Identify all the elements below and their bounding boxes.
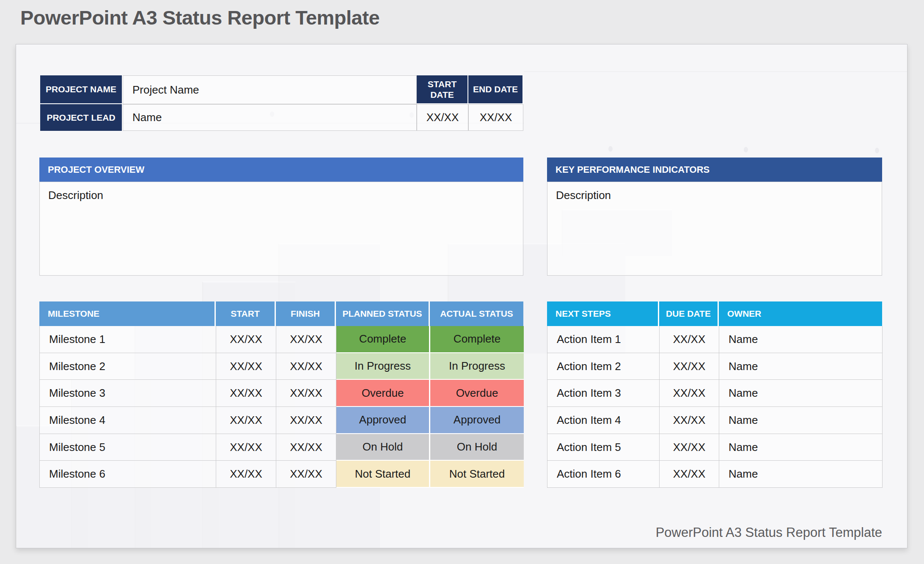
milestone-name-cell[interactable]: Milestone 6 bbox=[40, 461, 216, 488]
next-steps-column-header: NEXT STEPS bbox=[547, 301, 659, 326]
planned-status-cell[interactable]: Complete bbox=[336, 326, 430, 353]
action-item-cell[interactable]: Action Item 1 bbox=[547, 326, 660, 353]
owner-cell[interactable]: Name bbox=[719, 461, 883, 488]
background-texture bbox=[524, 71, 908, 72]
start-column-header: START bbox=[216, 301, 276, 326]
start-date-cell[interactable]: XX/XX bbox=[216, 461, 276, 488]
actual-status-cell[interactable]: Complete bbox=[430, 326, 524, 353]
end-date-header-cell: END DATE bbox=[468, 75, 523, 104]
actual-status-cell[interactable]: On Hold bbox=[430, 434, 524, 461]
page: { "page": { "title": "PowerPoint A3 Stat… bbox=[0, 0, 924, 564]
project-name-value-cell[interactable]: Project Name bbox=[123, 75, 417, 104]
start-date-cell[interactable]: XX/XX bbox=[216, 407, 276, 434]
owner-column-header: OWNER bbox=[719, 301, 882, 326]
next-steps-table-header: NEXT STEPS DUE DATE OWNER bbox=[547, 301, 882, 326]
background-texture bbox=[875, 148, 879, 153]
actual-status-cell[interactable]: Approved bbox=[430, 407, 524, 434]
next-steps-table-body: Action Item 1 XX/XX Name Action Item 2 X… bbox=[547, 326, 882, 488]
due-date-cell[interactable]: XX/XX bbox=[660, 326, 719, 353]
milestone-name-cell[interactable]: Milestone 5 bbox=[40, 434, 216, 461]
finish-date-cell[interactable]: XX/XX bbox=[276, 353, 336, 380]
finish-date-cell[interactable]: XX/XX bbox=[276, 407, 336, 434]
milestone-table-header: MILESTONE START FINISH PLANNED STATUS AC… bbox=[39, 301, 523, 326]
finish-date-cell[interactable]: XX/XX bbox=[276, 434, 336, 461]
owner-cell[interactable]: Name bbox=[719, 380, 883, 407]
project-info-table: PROJECT NAME Project Name START DATE END… bbox=[40, 75, 523, 131]
start-date-cell[interactable]: XX/XX bbox=[216, 326, 276, 353]
project-lead-label-cell: PROJECT LEAD bbox=[40, 104, 123, 131]
due-date-cell[interactable]: XX/XX bbox=[660, 434, 719, 461]
background-texture bbox=[744, 147, 748, 152]
milestone-table-body: Milestone 1 XX/XX XX/XX Complete Complet… bbox=[39, 326, 523, 488]
finish-column-header: FINISH bbox=[276, 301, 336, 326]
actual-status-cell[interactable]: Not Started bbox=[430, 461, 524, 488]
planned-status-column-header: PLANNED STATUS bbox=[336, 301, 430, 326]
actual-status-column-header: ACTUAL STATUS bbox=[430, 301, 523, 326]
start-date-value-cell[interactable]: XX/XX bbox=[417, 104, 468, 131]
action-item-cell[interactable]: Action Item 3 bbox=[547, 380, 660, 407]
milestone-name-cell[interactable]: Milestone 3 bbox=[40, 380, 216, 407]
project-overview-description[interactable]: Description bbox=[39, 182, 523, 276]
planned-status-cell[interactable]: Overdue bbox=[336, 380, 430, 407]
due-date-cell[interactable]: XX/XX bbox=[660, 353, 719, 380]
project-overview-header: PROJECT OVERVIEW bbox=[39, 158, 523, 182]
actual-status-cell[interactable]: In Progress bbox=[430, 353, 524, 380]
owner-cell[interactable]: Name bbox=[719, 434, 883, 461]
due-date-cell[interactable]: XX/XX bbox=[660, 380, 719, 407]
finish-date-cell[interactable]: XX/XX bbox=[276, 380, 336, 407]
kpi-header: KEY PERFORMANCE INDICATORS bbox=[547, 158, 882, 182]
start-date-cell[interactable]: XX/XX bbox=[216, 380, 276, 407]
milestone-name-cell[interactable]: Milestone 4 bbox=[40, 407, 216, 434]
milestone-name-cell[interactable]: Milestone 1 bbox=[40, 326, 216, 353]
start-date-header-cell: START DATE bbox=[417, 75, 468, 104]
finish-date-cell[interactable]: XX/XX bbox=[276, 461, 336, 488]
milestone-column-header: MILESTONE bbox=[39, 301, 216, 326]
project-name-label-cell: PROJECT NAME bbox=[40, 75, 123, 104]
start-date-cell[interactable]: XX/XX bbox=[216, 353, 276, 380]
project-lead-value-cell[interactable]: Name bbox=[123, 104, 417, 131]
milestone-name-cell[interactable]: Milestone 2 bbox=[40, 353, 216, 380]
owner-cell[interactable]: Name bbox=[719, 407, 883, 434]
owner-cell[interactable]: Name bbox=[719, 353, 883, 380]
actual-status-cell[interactable]: Overdue bbox=[430, 380, 524, 407]
start-date-cell[interactable]: XX/XX bbox=[216, 434, 276, 461]
kpi-description[interactable]: Description bbox=[547, 182, 882, 276]
planned-status-cell[interactable]: Not Started bbox=[336, 461, 430, 488]
action-item-cell[interactable]: Action Item 4 bbox=[547, 407, 660, 434]
due-date-cell[interactable]: XX/XX bbox=[660, 407, 719, 434]
end-date-value-cell[interactable]: XX/XX bbox=[468, 104, 523, 131]
due-date-cell[interactable]: XX/XX bbox=[660, 461, 719, 488]
action-item-cell[interactable]: Action Item 6 bbox=[547, 461, 660, 488]
page-title: PowerPoint A3 Status Report Template bbox=[20, 6, 380, 29]
finish-date-cell[interactable]: XX/XX bbox=[276, 326, 336, 353]
owner-cell[interactable]: Name bbox=[719, 326, 883, 353]
footer-title: PowerPoint A3 Status Report Template bbox=[656, 525, 882, 540]
planned-status-cell[interactable]: Approved bbox=[336, 407, 430, 434]
due-date-column-header: DUE DATE bbox=[659, 301, 719, 326]
action-item-cell[interactable]: Action Item 5 bbox=[547, 434, 660, 461]
kpi-section: KEY PERFORMANCE INDICATORS Description bbox=[547, 158, 882, 276]
action-item-cell[interactable]: Action Item 2 bbox=[547, 353, 660, 380]
planned-status-cell[interactable]: In Progress bbox=[336, 353, 430, 380]
project-overview-section: PROJECT OVERVIEW Description bbox=[39, 158, 523, 276]
background-texture bbox=[608, 146, 613, 152]
planned-status-cell[interactable]: On Hold bbox=[336, 434, 430, 461]
